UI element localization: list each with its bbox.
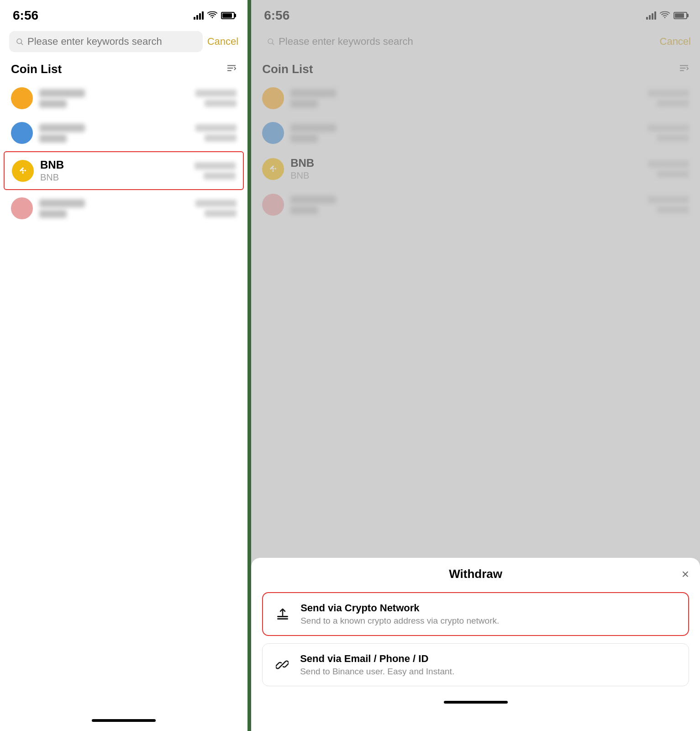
list-item[interactable]: [251, 81, 700, 116]
coin-value-area: [648, 160, 689, 178]
panel-divider: [247, 0, 251, 731]
right-coin-list-header: Coin List: [251, 56, 700, 81]
list-item[interactable]: [0, 116, 247, 150]
coin-sub-blurred: [290, 206, 318, 214]
list-item[interactable]: [251, 116, 700, 150]
crypto-option-desc: Send to a known crypto address via crypt…: [300, 616, 499, 626]
search-icon: [16, 37, 24, 46]
right-search-input-container[interactable]: [260, 31, 655, 52]
bnb-list-item[interactable]: BNB BNB: [4, 151, 244, 190]
left-search-input-container[interactable]: [9, 31, 203, 52]
coin-info: [290, 89, 642, 108]
coin-value-blurred: [648, 124, 689, 132]
home-bar: [92, 719, 156, 722]
coin-avatar: [11, 87, 33, 109]
coin-sub-blurred: [290, 134, 318, 143]
wifi-icon: [660, 11, 670, 21]
coin-change-blurred: [657, 206, 689, 213]
right-bnb-coin-name: BNB: [290, 157, 642, 170]
coin-change-blurred: [657, 170, 689, 178]
right-coin-list-title: Coin List: [262, 62, 313, 76]
right-bnb-avatar: [262, 158, 284, 180]
svg-point-3: [664, 17, 666, 18]
coin-avatar: [262, 87, 284, 109]
right-sort-icon[interactable]: [679, 63, 689, 76]
email-option-desc: Send to Binance user. Easy and Instant.: [300, 667, 454, 677]
crypto-option-text: Send via Crypto Network Send to a known …: [300, 602, 499, 626]
bnb-logo-icon: [16, 164, 30, 178]
coin-name-blurred: [290, 196, 336, 204]
list-item[interactable]: [0, 81, 247, 116]
coin-value-blurred: [195, 162, 236, 170]
coin-info: [39, 199, 189, 218]
coin-name-blurred: [290, 124, 336, 132]
coin-avatar: [262, 194, 284, 216]
right-search-bar[interactable]: Cancel: [251, 27, 700, 56]
email-option-title: Send via Email / Phone / ID: [300, 653, 454, 665]
right-search-input[interactable]: [279, 36, 648, 48]
right-bnb-coin-sub: BNB: [290, 170, 642, 181]
crypto-network-option[interactable]: Send via Crypto Network Send to a known …: [262, 592, 689, 636]
right-bnb-list-item[interactable]: BNB BNB: [251, 150, 700, 187]
left-status-bar: 6:56: [0, 0, 247, 27]
coin-value-area: [195, 90, 237, 107]
coin-avatar: [262, 122, 284, 144]
list-item[interactable]: [0, 191, 247, 226]
coin-change-blurred: [205, 134, 237, 142]
home-bar: [444, 701, 508, 704]
left-search-bar[interactable]: Cancel: [0, 27, 247, 56]
search-icon: [267, 37, 275, 46]
coin-value-blurred: [648, 90, 689, 97]
coin-value-blurred: [648, 160, 689, 168]
bnb-logo-icon: [266, 162, 280, 176]
link-icon: [273, 655, 292, 674]
coin-sub-blurred: [39, 134, 67, 143]
bottom-sheet-header: Withdraw ×: [262, 567, 689, 581]
left-panel: 6:56: [0, 0, 247, 731]
right-cancel-button[interactable]: Cancel: [660, 36, 691, 48]
right-panel: 6:56: [251, 0, 700, 731]
coin-value-area: [648, 196, 689, 213]
coin-value-area: [195, 124, 237, 142]
right-time: 6:56: [264, 8, 289, 23]
left-time: 6:56: [13, 8, 38, 23]
left-cancel-button[interactable]: Cancel: [207, 36, 238, 48]
wifi-icon: [207, 11, 217, 21]
coin-value-area: [648, 90, 689, 107]
coin-name-blurred: [39, 124, 85, 132]
coin-name-blurred: [39, 89, 85, 97]
withdraw-title: Withdraw: [449, 567, 502, 581]
coin-avatar: [11, 122, 33, 144]
right-bnb-coin-info: BNB BNB: [290, 157, 642, 181]
bnb-avatar: [12, 160, 34, 182]
bnb-coin-info: BNB BNB: [40, 159, 188, 183]
right-home-indicator: [262, 694, 689, 713]
signal-bars-icon: [646, 11, 656, 20]
coin-info: [39, 89, 189, 108]
email-phone-option[interactable]: Send via Email / Phone / ID Send to Bina…: [262, 643, 689, 686]
coin-info: [290, 124, 642, 143]
coin-change-blurred: [205, 100, 237, 107]
coin-sub-blurred: [39, 210, 67, 218]
coin-value-blurred: [195, 124, 237, 132]
coin-value-area: [195, 200, 237, 217]
withdraw-bottom-sheet: Withdraw × Send via Crypto Network Send …: [251, 558, 700, 731]
coin-info: [39, 124, 189, 143]
email-option-text: Send via Email / Phone / ID Send to Bina…: [300, 653, 454, 677]
battery-icon: [221, 12, 235, 19]
coin-change-blurred: [657, 134, 689, 142]
svg-rect-6: [277, 616, 288, 617]
coin-value-area: [195, 162, 236, 180]
close-button[interactable]: ×: [682, 568, 689, 581]
right-status-bar: 6:56: [251, 0, 700, 27]
coin-change-blurred: [205, 210, 237, 217]
bnb-coin-sub: BNB: [40, 172, 188, 183]
search-input[interactable]: [27, 36, 196, 48]
coin-sub-blurred: [39, 100, 67, 108]
left-coin-list: BNB BNB: [0, 81, 247, 712]
right-status-icons: [646, 11, 687, 21]
coin-name-blurred: [290, 89, 336, 97]
sort-icon[interactable]: [226, 63, 237, 76]
list-item[interactable]: [251, 187, 700, 222]
coin-name-blurred: [39, 199, 85, 207]
